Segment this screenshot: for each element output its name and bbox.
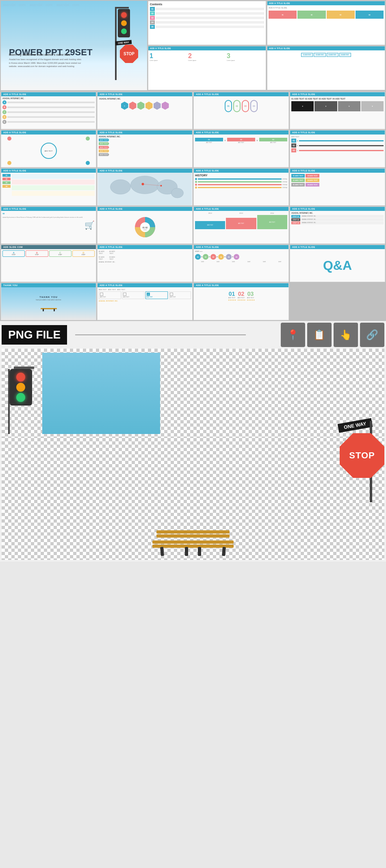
bench-group <box>152 507 234 556</box>
slide-card-qa: ADD A TITLE SLIDE Q&A <box>290 245 385 282</box>
png-bench-section <box>2 438 384 560</box>
card-header-15: ADD A TITLE SLIDE <box>194 207 288 211</box>
card-body-1: ASADAL INTERNET, INC. A B C D <box>1 96 96 129</box>
svg-text:01 02: 01 02 <box>142 226 147 229</box>
card-body-checkboxes: ADD TEXT ADD TEXT ADD TEXT ADD TEXT ADD … <box>98 287 192 320</box>
bench-leg-4 <box>222 547 226 556</box>
card-body-7: 01 ADD TEXT ▼ 02 ADD TEXT ▼ 03 ADD TEXT <box>194 135 288 167</box>
slide-card-7: ADD A TITLE SLIDE 01 ADD TEXT ▼ 02 ADD T… <box>193 130 289 167</box>
card-body-11: HISTORY STEP A1 STEP A2 <box>194 173 288 205</box>
slide-header-3: ADD A TITLE SLIDE <box>148 46 266 50</box>
ppt-subtitle: Insert my subtitle or main author's name… <box>9 53 82 68</box>
slide-card-5: ADD A TITLE SLIDE ADD TEXT <box>1 130 96 167</box>
slide-card-checkboxes: ADD A TITLE SLIDE ADD TEXT ADD TEXT ADD … <box>97 283 193 320</box>
card-body-15: 2012 2013 2014 ADD TEXT ADD TEXT ADD TEX… <box>194 211 288 243</box>
slide-header-4: ADD A TITLE SLIDE <box>267 46 385 50</box>
slide-card-8: ADD A TITLE SLIDE ADD TEXT 01 A 02 B <box>290 130 385 167</box>
slide-card-12: ADD A TITLE SLIDE 01 ADD TEXT 02 ADD TEX… <box>290 168 385 206</box>
png-label: PNG FILE <box>2 325 67 345</box>
bench-seat-slat-2 <box>152 545 234 548</box>
slide-card-2: ADD A TITLE SLIDE ASADAL INTERNET, INC. … <box>97 92 193 129</box>
card-header-10: ADD A TITLE SLIDE <box>98 169 192 173</box>
card-header-11: ADD A TITLE SLIDE <box>194 169 288 173</box>
pointer-icon: 👆 <box>340 329 352 341</box>
slide-card-thankyou: THANK YOU THANK YOU Insert your subtitle… <box>1 283 96 320</box>
svg-text:03 04: 03 04 <box>143 229 147 231</box>
slide-header-2: ADD A TITLE SLIDE <box>267 1 385 5</box>
clipboard-icon-box: 📋 <box>307 323 332 347</box>
slide-card-9: ADD A TITLE SLIDE 01 02 03 04 <box>1 168 96 206</box>
card-body-process: STEP >>> 01 02 03 04 05 06 <box>194 249 288 282</box>
slide-card-14: ADD A TITLE SLIDE 01 02 03 04 <box>97 206 193 244</box>
slide-thumb-contents: Contents 01 02 03 <box>148 1 266 45</box>
card-body-rating: 01 ADD TEXT ★★★★★ 02 ADD TEXT ★★★★★ 03 A… <box>194 287 288 320</box>
card-header-7: ADD A TITLE SLIDE <box>194 130 288 135</box>
card-header-4: ADD A TITLE SLIDE <box>290 92 385 96</box>
card-header-checkboxes: ADD A TITLE SLIDE <box>98 283 192 287</box>
main-slide: asandal · com asandal · com asandal · co… <box>1 1 147 90</box>
card-header-13: ADD A TITLE SLIDE <box>1 207 96 211</box>
svg-point-4 <box>171 188 184 198</box>
green-light <box>121 28 127 34</box>
pointer-icon-box: 👆 <box>334 323 358 347</box>
card-body-12: 01 ADD TEXT 02 ADD TEXT 03 ADD TEXT 04 A… <box>290 173 385 205</box>
card-header-rating: ADD A TITLE SLIDE <box>194 283 288 287</box>
card-body-3: 01 02 03 04 <box>194 96 288 129</box>
card-header-3: ADD A TITLE SLIDE <box>194 92 288 96</box>
slide-thumb-addtext: ADD A TITLE SLIDE 01 ADD TEXT 02 ADD TEX… <box>267 46 385 90</box>
card-header-2: ADD A TITLE SLIDE <box>98 92 192 96</box>
card-header-qa: ADD A TITLE SLIDE <box>290 245 385 249</box>
slide-card-3: ADD A TITLE SLIDE 01 02 03 04 <box>193 92 289 129</box>
card-body-add-com: A STEP B STEP C <box>1 249 96 282</box>
card-body-4: 01 ADD TEXT 02 ADD TEXT 03 ADD TEXT 04 A… <box>290 96 385 129</box>
location-icon-box: 📍 <box>281 323 305 347</box>
slide-card-15: ADD A TITLE SLIDE 2012 2013 2014 ADD TEX… <box>193 206 289 244</box>
red-light-png <box>16 373 25 382</box>
card-body-qa: Q&A <box>290 249 385 282</box>
slide-card-add-com: ADD SLIDE COM A STEP B <box>1 245 96 282</box>
watermark-top: asandal · com asandal · com asandal · co… <box>3 3 79 7</box>
slide-card-16: ADD A TITLE SLIDE ASADAL INTERNET, INC. … <box>290 206 385 244</box>
stop-sign-group: ONE WAY STOP <box>168 421 380 434</box>
bench-seat-slat-1 <box>152 540 234 544</box>
card-body-8: ADD TEXT 01 A 02 B 03 C <box>290 135 385 167</box>
card-header-12: ADD A TITLE SLIDE <box>290 169 385 173</box>
slide-card-4: ADD A TITLE SLIDE 01 ADD TEXT 02 ADD TEX… <box>290 92 385 129</box>
yellow-light-png <box>16 383 25 392</box>
card-body-title-com: A1 ADD TEXT A2 ADD TEXT B1 ADD TEXT B2 A… <box>98 249 192 282</box>
stop-sign: STOP <box>120 45 138 63</box>
slide-thumb-numbered: ADD A TITLE SLIDE 1 Lorem ipsum 2 Lorem … <box>148 46 266 90</box>
clipboard-icon: 📋 <box>313 329 325 341</box>
right-previews: Contents 01 02 03 <box>148 1 385 90</box>
card-header-8: ADD A TITLE SLIDE <box>290 130 385 135</box>
location-icon: 📍 <box>287 329 299 341</box>
png-header: PNG FILE 📍 📋 👆 🔗 <box>2 323 384 347</box>
card-body-5: ADD TEXT <box>1 135 96 167</box>
slide-card-process: ADD A TITLE SLIDE STEP >>> 01 02 03 04 0… <box>193 245 289 282</box>
png-icons: 📍 📋 👆 🔗 <box>281 323 384 347</box>
red-light <box>121 12 127 18</box>
bench-back-slat-1 <box>156 530 230 534</box>
card-body-2: ASADAL INTERNET, INC. ● <box>98 96 192 129</box>
slide-card-13: ADD A TITLE SLIDE " started by business … <box>1 206 96 244</box>
png-section: PNG FILE 📍 📋 👆 🔗 <box>0 321 386 562</box>
preview-row-2: ADD A TITLE SLIDE 1 Lorem ipsum 2 Lorem … <box>148 46 385 90</box>
card-body-14: 01 02 03 04 <box>98 211 192 243</box>
pole-png <box>8 369 10 434</box>
bench-leg-2 <box>185 547 188 556</box>
traffic-box-png <box>10 369 32 406</box>
world-map-svg <box>98 173 192 205</box>
card-body-thankyou: THANK YOU Insert your subtitle or main a… <box>1 287 96 320</box>
png-traffic-light-group <box>6 367 34 434</box>
main-container: asandal · com asandal · com asandal · co… <box>0 0 386 562</box>
pie-chart-svg: 01 02 03 04 <box>133 215 157 239</box>
stop-sign-png: STOP <box>340 433 384 478</box>
card-header-16: ADD A TITLE SLIDE <box>290 207 385 211</box>
slide-thumb-title-steps: ADD A TITLE SLIDE ADD A TITLE SLIDE 01 0… <box>267 1 385 45</box>
card-header-9: ADD A TITLE SLIDE <box>1 169 96 173</box>
svg-point-1 <box>111 180 131 194</box>
card-header-6: ADD A TITLE SLIDE <box>98 130 192 135</box>
preview-row-1: Contents 01 02 03 <box>148 1 385 45</box>
slide-card-rating: ADD A TITLE SLIDE 01 ADD TEXT ★★★★★ 02 A… <box>193 283 289 320</box>
slide-card-1: ADD A TITLE SLIDE ASADAL INTERNET, INC. … <box>1 92 96 129</box>
